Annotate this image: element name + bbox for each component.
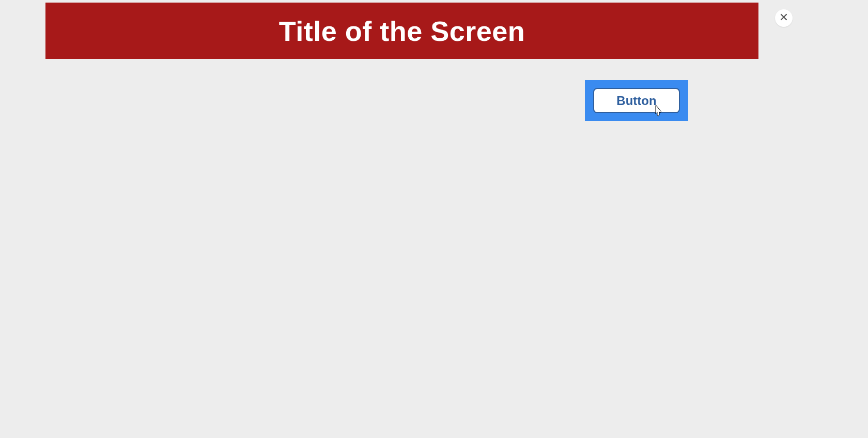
header-bar: Title of the Screen xyxy=(45,3,758,59)
action-button-label: Button xyxy=(616,94,656,108)
page-title: Title of the Screen xyxy=(279,15,525,47)
highlight-annotation: Button xyxy=(585,80,688,121)
close-button[interactable] xyxy=(775,9,793,27)
page-container: Title of the Screen Button xyxy=(45,3,758,438)
content-area: Button xyxy=(45,59,758,438)
action-button[interactable]: Button xyxy=(593,88,680,113)
close-icon xyxy=(780,13,788,23)
